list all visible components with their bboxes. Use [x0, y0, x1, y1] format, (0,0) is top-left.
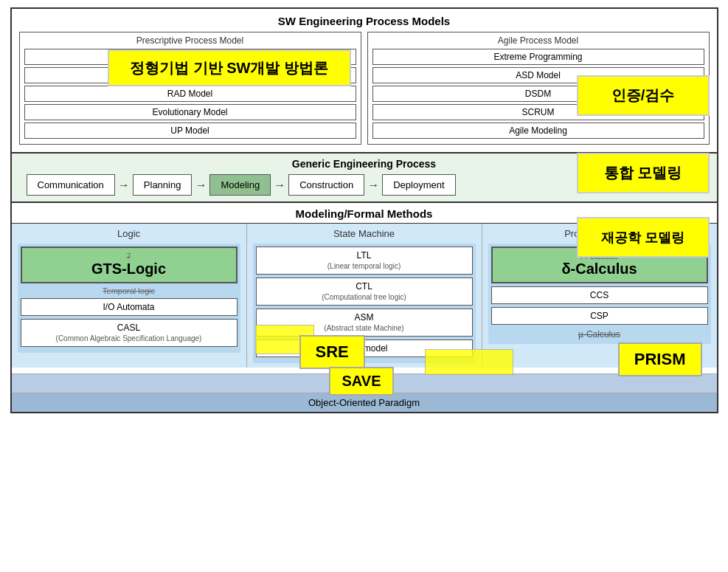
delta-main: δ-Calculus — [500, 261, 699, 278]
main-container: SW Engineering Process Models Prescripti… — [10, 7, 718, 413]
sw-section-title: SW Engineering Process Models — [19, 15, 710, 27]
logic-header: Logic — [18, 228, 240, 239]
step-communication: Communication — [27, 174, 115, 196]
model-rad: RAD Model — [24, 86, 356, 102]
ctl-box: CTL(Computational tree logic) — [256, 278, 473, 306]
korean-box-2: 인증/검수 — [577, 75, 710, 116]
sre-box: SRE — [299, 335, 365, 369]
gts-main: GTS-Logic — [30, 261, 229, 278]
save-box: SAVE — [329, 367, 395, 396]
process-algebra-inner: Pi-Calculus δ-Calculus CCS CSP µ-Calculu… — [488, 244, 711, 344]
model-evolutionary: Evolutionary Model — [24, 104, 356, 120]
model-up: UP Model — [24, 123, 356, 139]
korean-box-1: 정형기법 기반 SW개발 방법론 — [108, 49, 351, 86]
agile-header: Agile Process Model — [372, 35, 704, 46]
prescriptive-header: Prescriptive Process Model — [24, 35, 356, 46]
model-xp: Extreme Programming — [372, 49, 704, 65]
yellow-small-2 — [425, 349, 513, 375]
logic-inner: 7 GTS-Logic Temporal logic I/O Automata … — [18, 244, 240, 353]
csp-box: CSP — [491, 307, 708, 325]
arrow-2: → — [195, 179, 207, 192]
step-planning: Planning — [133, 174, 193, 196]
ccs-box: CCS — [491, 286, 708, 304]
step-modeling: Modeling — [209, 174, 271, 196]
logic-col: Logic 7 GTS-Logic Temporal logic I/O Aut… — [12, 224, 247, 368]
arrow-1: → — [118, 179, 130, 192]
gts-box: 7 GTS-Logic — [21, 247, 238, 283]
io-automata: I/O Automata — [21, 298, 238, 316]
state-machine-header: State Machine — [253, 228, 476, 239]
sw-section: SW Engineering Process Models Prescripti… — [12, 9, 717, 154]
ltl-box: LTL(Linear temporal logic) — [256, 247, 473, 275]
prescriptive-col: Prescriptive Process Model Waterfall Mod… — [19, 32, 361, 145]
arrow-3: → — [274, 179, 285, 192]
prism-box: PRISM — [618, 342, 702, 376]
casl-box: CASL(Common Algebraic Specification Lang… — [21, 319, 238, 347]
temporal-logic: Temporal logic — [21, 286, 238, 295]
korean-box-3: 통합 모델링 — [577, 153, 710, 193]
mu-calculus: µ-Calculus — [491, 328, 708, 341]
model-agile-modeling: Agile Modeling — [372, 123, 704, 139]
korean-box-4: 재공학 모델링 — [577, 217, 710, 258]
step-construction: Construction — [288, 174, 364, 196]
gts-label-7: 7 — [30, 252, 229, 261]
step-deployment: Deployment — [382, 174, 455, 196]
arrow-4: → — [367, 179, 379, 192]
